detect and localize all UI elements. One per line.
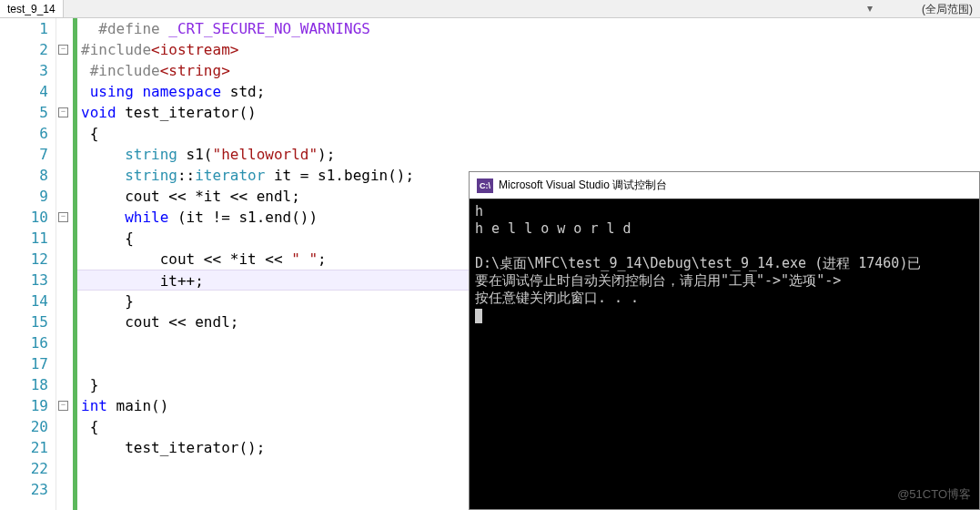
line-number: 4 [0,81,48,102]
line-number: 3 [0,60,48,81]
line-number: 11 [0,228,48,249]
fold-toggle-icon[interactable]: − [58,212,68,222]
line-number: 6 [0,123,48,144]
fold-toggle-icon[interactable]: − [58,401,68,411]
line-number-gutter: 1234567891011121314151617181920212223 [0,18,56,510]
console-title-text: Microsoft Visual Studio 调试控制台 [499,178,667,193]
scope-label: (全局范围) [922,3,973,15]
file-tab[interactable]: test_9_14 [0,0,64,17]
line-number: 22 [0,458,48,479]
line-number: 10 [0,207,48,228]
line-number: 15 [0,311,48,332]
fold-toggle-icon[interactable]: − [58,107,68,117]
code-line[interactable]: #define _CRT_SECURE_NO_WARNINGS [77,18,980,39]
console-title-bar[interactable]: C:\ Microsoft Visual Studio 调试控制台 [470,172,979,199]
tab-dropdown-icon[interactable]: ▾ [862,0,878,17]
tab-label: test_9_14 [7,3,56,15]
line-number: 16 [0,332,48,353]
line-number: 12 [0,249,48,270]
line-number: 20 [0,416,48,437]
code-line[interactable]: #include<string> [77,60,980,81]
line-number: 14 [0,291,48,311]
console-cursor [475,309,482,323]
line-number: 5 [0,102,48,123]
code-line[interactable]: void test_iterator() [77,102,980,123]
top-bar: test_9_14 ▾ (全局范围) [0,0,980,18]
line-number: 17 [0,353,48,374]
line-number: 13 [0,270,48,291]
line-number: 18 [0,374,48,395]
code-line[interactable]: #include<iostream> [77,39,980,60]
line-number: 23 [0,479,48,500]
code-line[interactable]: { [77,123,980,144]
line-number: 19 [0,395,48,416]
scope-dropdown[interactable]: (全局范围) [914,0,980,17]
line-number: 7 [0,144,48,165]
line-number: 9 [0,186,48,207]
code-line[interactable]: string s1("helloworld"); [77,144,980,165]
line-number: 8 [0,165,48,186]
watermark: @51CTO博客 [897,486,971,503]
line-number: 21 [0,437,48,458]
fold-column: −−−− [56,18,73,510]
code-line[interactable]: using namespace std; [77,81,980,102]
line-number: 1 [0,18,48,39]
line-number: 2 [0,39,48,60]
fold-toggle-icon[interactable]: − [58,45,68,55]
console-window[interactable]: C:\ Microsoft Visual Studio 调试控制台 h h e … [469,171,980,510]
console-icon: C:\ [477,178,493,193]
console-body[interactable]: h h e l l o w o r l d D:\桌面\MFC\test_9_1… [470,199,979,328]
